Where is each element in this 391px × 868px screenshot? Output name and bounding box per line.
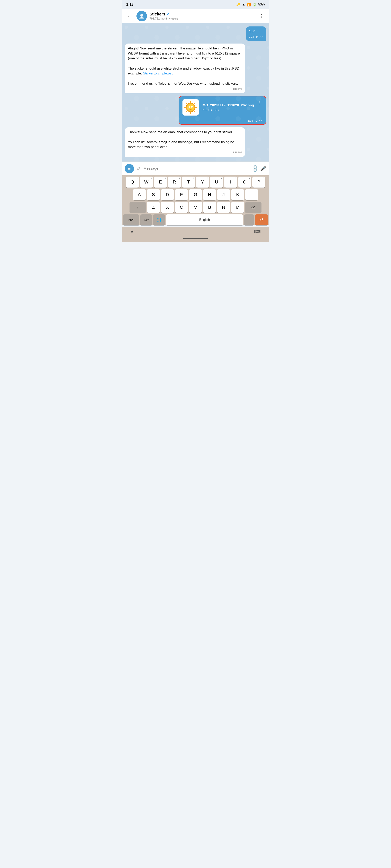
verified-badge: ✔: [167, 12, 170, 17]
key-c[interactable]: C: [175, 202, 188, 213]
message-row-bot1: Alright! Now send me the sticker. The im…: [124, 43, 267, 93]
battery-percent: 53%: [258, 3, 265, 6]
check-marks-sun: ✓✓: [259, 35, 263, 39]
message-row-sun: Sun 1:18 PM ✓✓: [124, 26, 267, 41]
status-time: 1:18: [126, 2, 134, 7]
channel-name-row: Stickers ✔: [149, 12, 255, 17]
message-input-area: ≡ ☺ 🔗 🎤: [122, 161, 269, 175]
key-globe[interactable]: 🌐: [153, 214, 165, 225]
key-s[interactable]: S: [147, 189, 160, 200]
key-x[interactable]: X: [161, 202, 174, 213]
menu-button[interactable]: ≡: [124, 164, 134, 173]
file-name: IMG_20241119_131628_262.png: [202, 103, 254, 107]
attach-button[interactable]: 🔗: [251, 164, 259, 173]
home-indicator: [183, 238, 208, 239]
key-l[interactable]: L: [245, 189, 258, 200]
keyboard-row-1: 1Q 2W 3E 4R 5T 6Y 7U 8I 9O 0P: [123, 177, 268, 188]
more-options-button[interactable]: ⋮: [257, 12, 266, 20]
bot2-para1: Thanks! Now send me an emoji that corres…: [128, 130, 242, 135]
received-bubble-bot1: Alright! Now send me the sticker. The im…: [124, 43, 245, 93]
file-inner: IMG_20241119_131628_262.png 61.6 KB PNG …: [179, 96, 266, 118]
svg-point-13: [189, 106, 190, 107]
key-o[interactable]: 9O: [238, 177, 251, 188]
keyboard-row-3: ↑ Z X C V B N M ⌫: [123, 202, 268, 213]
key-m[interactable]: M: [231, 202, 244, 213]
avatar: [136, 11, 147, 21]
key-y[interactable]: 6Y: [196, 177, 209, 188]
key-f[interactable]: F: [175, 189, 188, 200]
bot1-para2: The sticker should use white stroke and …: [128, 66, 242, 76]
key-icon: 🔑: [236, 3, 240, 6]
file-bubble: IMG_20241119_131628_262.png 61.6 KB PNG …: [178, 96, 267, 125]
mic-icon: 🎤: [260, 166, 267, 171]
key-p[interactable]: 0P: [252, 177, 266, 188]
svg-point-14: [191, 106, 192, 107]
key-d[interactable]: D: [161, 189, 174, 200]
key-n[interactable]: N: [217, 202, 230, 213]
key-period[interactable]: .: [244, 214, 254, 225]
battery-icon: 🔋: [253, 3, 257, 6]
bot1-para1: Alright! Now send me the sticker. The im…: [128, 46, 242, 61]
emoji-button[interactable]: ☺: [136, 165, 142, 172]
message-input[interactable]: [144, 166, 250, 171]
key-q[interactable]: 1Q: [126, 177, 139, 188]
key-r[interactable]: 4R: [168, 177, 181, 188]
timestamp-bot2: 1:18 PM: [128, 151, 242, 154]
subscriber-count: 791,781 monthly users: [149, 17, 255, 20]
key-i[interactable]: 8I: [224, 177, 237, 188]
key-shift[interactable]: ↑: [130, 202, 146, 213]
keyboard-row-2: A S D F G H J K L: [123, 189, 268, 200]
menu-icon: ≡: [128, 166, 131, 171]
key-emoji-face[interactable]: ☺',': [140, 214, 152, 225]
header-info: Stickers ✔ 791,781 monthly users: [149, 12, 255, 20]
bottom-navigation: ∨ ⌨: [122, 227, 269, 237]
attach-icon: 🔗: [251, 164, 259, 173]
sticker-example-link[interactable]: StickerExample.psd: [143, 71, 173, 75]
key-t[interactable]: 5T: [182, 177, 195, 188]
key-h[interactable]: H: [203, 189, 216, 200]
key-z[interactable]: Z: [147, 202, 160, 213]
key-space[interactable]: English: [166, 214, 243, 225]
message-row-bot2: Thanks! Now send me an emoji that corres…: [124, 127, 267, 157]
back-button[interactable]: ←: [125, 12, 134, 20]
key-u[interactable]: 7U: [210, 177, 223, 188]
chat-header: ← Stickers ✔ 791,781 monthly users ⋮: [122, 9, 269, 23]
timestamp-bot1: 1:18 PM: [128, 87, 242, 91]
svg-line-10: [186, 111, 187, 112]
file-timestamp: 1:18 PM ✓✓: [179, 118, 266, 124]
key-backspace[interactable]: ⌫: [245, 202, 261, 213]
key-b[interactable]: B: [203, 202, 216, 213]
svg-line-8: [194, 111, 195, 112]
channel-name: Stickers: [149, 12, 165, 17]
file-check-marks: ✓✓: [258, 119, 262, 122]
file-info: IMG_20241119_131628_262.png 61.6 KB PNG: [202, 103, 254, 112]
key-g[interactable]: G: [189, 189, 202, 200]
keyboard-icon[interactable]: ⌨: [252, 228, 263, 236]
chevron-down-icon[interactable]: ∨: [128, 228, 136, 236]
svg-line-9: [194, 103, 195, 104]
wifi-icon: ▲: [242, 3, 245, 6]
key-w[interactable]: 2W: [140, 177, 153, 188]
key-k[interactable]: K: [231, 189, 244, 200]
file-thumbnail: [183, 99, 199, 116]
message-text-sun: Sun: [249, 29, 255, 33]
mic-button[interactable]: 🎤: [260, 166, 267, 172]
bottom-indicator-area: [122, 237, 269, 242]
bot1-para3: I recommend using Telegram for Web/Deskt…: [128, 81, 242, 86]
file-menu-button[interactable]: ⋮: [257, 99, 262, 106]
key-j[interactable]: J: [217, 189, 230, 200]
signal-icon: 📶: [247, 3, 251, 6]
svg-point-0: [140, 14, 143, 17]
timestamp-sun: 1:18 PM ✓✓: [249, 35, 263, 39]
status-right: 🔑 ▲ 📶 🔋 53%: [236, 3, 265, 6]
key-v[interactable]: V: [189, 202, 202, 213]
keyboard: 1Q 2W 3E 4R 5T 6Y 7U 8I 9O 0P A S D F G …: [122, 175, 269, 225]
key-e[interactable]: 3E: [154, 177, 167, 188]
chat-area: Sun 1:18 PM ✓✓ Alright! Now send me the …: [122, 23, 269, 161]
status-bar: 1:18 🔑 ▲ 📶 🔋 53%: [122, 0, 269, 9]
key-symbols[interactable]: ?123: [123, 214, 139, 225]
svg-line-7: [186, 103, 187, 104]
key-a[interactable]: A: [133, 189, 146, 200]
key-enter[interactable]: ↵: [255, 214, 268, 225]
message-row-file: IMG_20241119_131628_262.png 61.6 KB PNG …: [124, 96, 267, 125]
